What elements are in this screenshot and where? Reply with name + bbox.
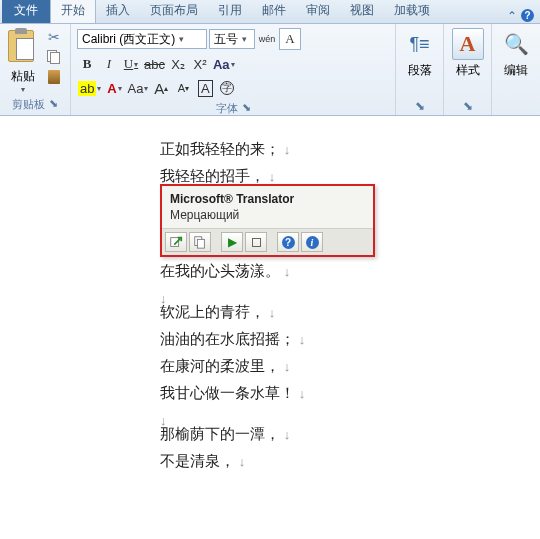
cut-button[interactable]: ✂ xyxy=(44,28,64,46)
change-case-button[interactable]: Aa▾ xyxy=(126,78,149,98)
translator-help-button[interactable]: ? xyxy=(277,232,299,252)
bold-button[interactable]: B xyxy=(77,54,97,74)
char-border-icon: A xyxy=(198,80,213,97)
copy-button[interactable] xyxy=(44,48,64,66)
document-line: 正如我轻轻的来； ↓ xyxy=(160,136,540,163)
underline-icon: U xyxy=(124,56,133,72)
shrink-font-button[interactable]: A▾ xyxy=(173,78,193,98)
chevron-down-icon: ▾ xyxy=(242,34,247,44)
document-line: 在我的心头荡漾。 ↓ xyxy=(160,258,540,285)
group-clipboard: 粘贴 ▾ ✂ 剪贴板⬊ xyxy=(0,24,71,115)
translator-toolbar: ▶ ? i xyxy=(162,228,373,255)
copy-icon xyxy=(47,50,61,64)
clipboard-launcher[interactable]: ⬊ xyxy=(49,97,58,112)
ribbon: 粘贴 ▾ ✂ 剪贴板⬊ Calibri (西文正文)▾ 五号▾ wén A B … xyxy=(0,24,540,116)
font-launcher[interactable]: ⬊ xyxy=(242,101,251,116)
tab-review[interactable]: 审阅 xyxy=(296,0,340,23)
help-area: ⌃ ? xyxy=(507,9,534,23)
effects-icon: Aa xyxy=(213,57,230,72)
minimize-ribbon-icon[interactable]: ⌃ xyxy=(507,9,517,23)
font-size-combo[interactable]: 五号▾ xyxy=(209,29,255,49)
chevron-down-icon: ▾ xyxy=(231,60,235,69)
group-editing: 🔍 编辑 xyxy=(492,24,540,115)
svg-rect-2 xyxy=(197,239,204,248)
tab-addins[interactable]: 加载项 xyxy=(384,0,440,23)
document-line: 在康河的柔波里， ↓ xyxy=(160,353,540,380)
font-name-combo[interactable]: Calibri (西文正文)▾ xyxy=(77,29,207,49)
grow-font-icon: A xyxy=(154,80,164,97)
tab-page-layout[interactable]: 页面布局 xyxy=(140,0,208,23)
grow-font-button[interactable]: A▴ xyxy=(151,78,171,98)
paragraph-button[interactable]: ¶≡ xyxy=(404,28,436,60)
clear-formatting-button[interactable]: A xyxy=(279,28,301,50)
chevron-down-icon: ▾ xyxy=(144,84,148,93)
tab-references[interactable]: 引用 xyxy=(208,0,252,23)
tab-view[interactable]: 视图 xyxy=(340,0,384,23)
tab-home[interactable]: 开始 xyxy=(50,0,96,23)
translator-copy-button[interactable] xyxy=(189,232,211,252)
paragraph-launcher[interactable]: ⬊ xyxy=(400,99,439,113)
translator-expand-button[interactable] xyxy=(165,232,187,252)
chevron-down-icon: ▾ xyxy=(97,84,101,93)
strikethrough-button[interactable]: abc xyxy=(143,54,166,74)
chevron-down-icon: ▾ xyxy=(134,60,138,69)
translator-play-button[interactable]: ▶ xyxy=(221,232,243,252)
brush-icon xyxy=(48,70,60,84)
font-color-button[interactable]: A▾ xyxy=(104,78,124,98)
translator-stop-button[interactable] xyxy=(245,232,267,252)
document-area[interactable]: 正如我轻轻的来； ↓我轻轻的招手， ↓作别西天的云彩。 ↓↓波光里的艳影， ↓在… xyxy=(0,116,540,475)
editing-group-label: 编辑 xyxy=(496,62,536,79)
help-icon: ? xyxy=(282,236,295,249)
highlight-icon: ab xyxy=(78,81,96,96)
paragraph-group-label: 段落 xyxy=(400,62,439,79)
document-line: 软泥上的青荇， ↓ xyxy=(160,299,540,326)
clipboard-group-label: 剪贴板 xyxy=(12,97,45,112)
tab-file[interactable]: 文件 xyxy=(2,0,50,23)
paragraph-icon: ¶≡ xyxy=(409,34,429,55)
phonetic-guide-button[interactable]: wén xyxy=(257,29,277,49)
group-paragraph: ¶≡ 段落 ⬊ xyxy=(396,24,444,115)
tab-mail[interactable]: 邮件 xyxy=(252,0,296,23)
group-font: Calibri (西文正文)▾ 五号▾ wén A B I U▾ abc X₂ … xyxy=(71,24,396,115)
font-size-value: 五号 xyxy=(214,31,238,48)
chevron-down-icon: ▾ xyxy=(179,34,184,44)
superscript-button[interactable]: X² xyxy=(190,54,210,74)
styles-group-label: 样式 xyxy=(448,62,487,79)
play-icon: ▶ xyxy=(228,235,237,249)
case-icon: Aa xyxy=(127,81,143,96)
underline-button[interactable]: U▾ xyxy=(121,54,141,74)
expand-icon xyxy=(169,235,183,249)
paste-button[interactable]: 粘贴 ▾ xyxy=(4,26,42,96)
char-border-button[interactable]: A xyxy=(195,78,215,98)
help-icon[interactable]: ? xyxy=(521,9,534,22)
paste-icon xyxy=(8,30,38,66)
subscript-button[interactable]: X₂ xyxy=(168,54,188,74)
document-line: ↓ xyxy=(160,285,540,299)
document-line: ↓ xyxy=(160,407,540,421)
font-name-value: Calibri (西文正文) xyxy=(82,31,175,48)
translator-title: Microsoft® Translator xyxy=(162,186,373,208)
document-line: 不是清泉， ↓ xyxy=(160,448,540,475)
copy-icon xyxy=(193,235,207,249)
format-painter-button[interactable] xyxy=(44,68,64,86)
find-button[interactable]: 🔍 xyxy=(500,28,532,60)
translator-result: Мерцающий xyxy=(162,208,373,228)
ribbon-tabs: 文件 开始 插入 页面布局 引用 邮件 审阅 视图 加载项 ⌃ ? xyxy=(0,0,540,24)
styles-icon: A xyxy=(460,31,476,57)
shrink-font-icon: A xyxy=(178,82,185,94)
translator-popup: Microsoft® Translator Мерцающий ▶ ? i xyxy=(160,184,375,257)
circled-char-icon: 字 xyxy=(220,81,234,95)
styles-launcher[interactable]: ⬊ xyxy=(448,99,487,113)
binoculars-icon: 🔍 xyxy=(504,32,529,56)
chevron-down-icon: ▾ xyxy=(118,84,122,93)
italic-button[interactable]: I xyxy=(99,54,119,74)
font-color-icon: A xyxy=(107,81,116,96)
text-effects-button[interactable]: Aa▾ xyxy=(212,54,236,74)
highlight-button[interactable]: ab▾ xyxy=(77,78,102,98)
styles-button[interactable]: A xyxy=(452,28,484,60)
tab-insert[interactable]: 插入 xyxy=(96,0,140,23)
paste-label: 粘贴 xyxy=(8,68,38,85)
document-line: 我甘心做一条水草！ ↓ xyxy=(160,380,540,407)
enclosed-char-button[interactable]: 字 xyxy=(217,78,237,98)
translator-info-button[interactable]: i xyxy=(301,232,323,252)
